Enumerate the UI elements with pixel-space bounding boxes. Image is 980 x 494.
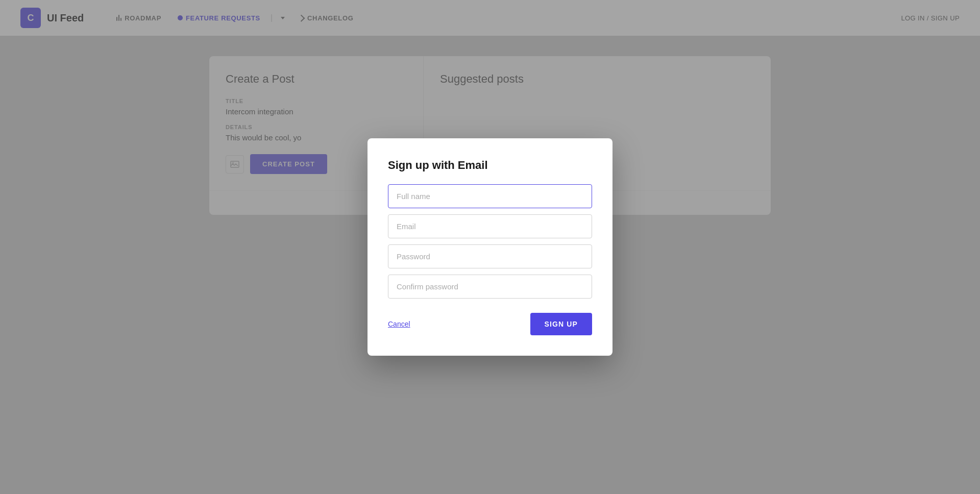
full-name-input[interactable] [388, 184, 592, 208]
signup-button[interactable]: SIGN UP [530, 313, 592, 335]
password-input[interactable] [388, 244, 592, 268]
confirm-password-input[interactable] [388, 275, 592, 299]
signup-modal: Sign up with Email Cancel SIGN UP [368, 138, 612, 356]
modal-overlay: Sign up with Email Cancel SIGN UP [0, 0, 980, 494]
email-input[interactable] [388, 214, 592, 238]
modal-title: Sign up with Email [388, 159, 592, 172]
modal-actions: Cancel SIGN UP [388, 313, 592, 335]
cancel-button[interactable]: Cancel [388, 320, 410, 328]
